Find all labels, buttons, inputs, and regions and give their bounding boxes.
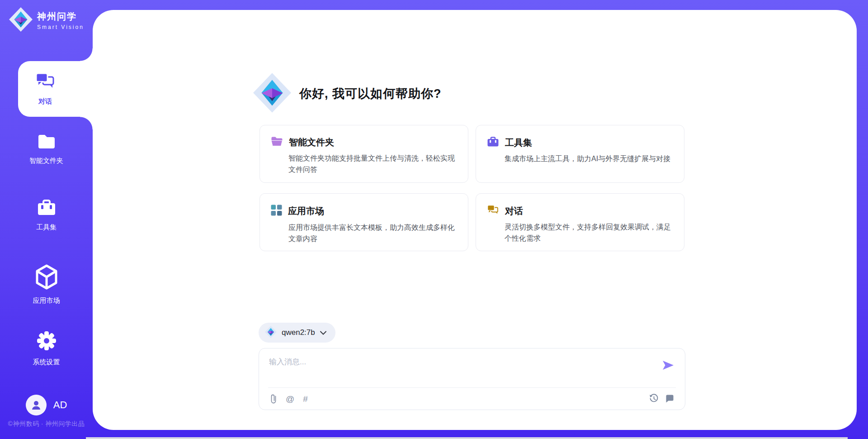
hero-logo-icon <box>253 73 291 115</box>
attachment-icon[interactable] <box>270 394 277 404</box>
sidebar-item-label: 智能文件夹 <box>29 157 63 165</box>
greeting-title: 你好, 我可以如何帮助你? <box>299 86 442 102</box>
send-icon[interactable] <box>662 360 674 370</box>
chat-icon <box>35 72 56 93</box>
feature-cards: 智能文件夹 智能文件夹功能支持批量文件上传与清洗，轻松实现文件问答 工具集 集成… <box>259 125 684 251</box>
card-description: 应用市场提供丰富长文本模板，助力高效生成多样化文章内容 <box>288 222 458 244</box>
folder-icon <box>271 136 283 148</box>
model-logo-icon <box>265 326 277 340</box>
card-title: 工具集 <box>505 137 532 149</box>
history-icon[interactable] <box>649 394 659 403</box>
sidebar-item-label: 应用市场 <box>33 296 60 305</box>
toolbox-icon <box>37 199 56 218</box>
sidebar-item-label: 系统设置 <box>33 358 60 367</box>
tab-fillet-top <box>80 48 93 61</box>
sidebar: 神州问学 Smart Vision 对话 <box>0 0 93 439</box>
user-avatar-icon <box>26 395 47 415</box>
sidebar-item-label: 工具集 <box>36 223 57 232</box>
model-name: qwen2:7b <box>282 328 315 337</box>
sidebar-item-app-market[interactable]: 应用市场 <box>0 264 93 305</box>
chat-icon <box>487 205 499 217</box>
greeting-block: 你好, 我可以如何帮助你? <box>253 73 442 115</box>
card-description: 智能文件夹功能支持批量文件上传与清洗，轻松实现文件问答 <box>288 153 458 175</box>
user-profile[interactable]: AD <box>0 395 93 415</box>
comment-icon[interactable] <box>665 394 674 403</box>
brand-diamond-icon <box>9 7 33 33</box>
chevron-down-icon <box>320 329 326 337</box>
model-selector[interactable]: qwen2:7b <box>259 323 335 343</box>
composer-divider <box>268 387 676 388</box>
message-composer: @ # <box>259 348 685 410</box>
sidebar-item-settings[interactable]: 系统设置 <box>0 330 93 367</box>
card-description: 灵活切换多模型文件，支持多样回复效果调试，满足个性化需求 <box>505 221 674 244</box>
card-app-market[interactable]: 应用市场 应用市场提供丰富长文本模板，助力高效生成多样化文章内容 <box>259 193 468 251</box>
card-chat[interactable]: 对话 灵活切换多模型文件，支持多样回复效果调试，满足个性化需求 <box>476 193 684 251</box>
grid-icon <box>271 205 282 218</box>
sidebar-item-smart-folder[interactable]: 智能文件夹 <box>0 134 93 165</box>
card-smart-folder[interactable]: 智能文件夹 智能文件夹功能支持批量文件上传与清洗，轻松实现文件问答 <box>259 125 468 183</box>
gear-icon <box>36 330 57 353</box>
user-name: AD <box>53 399 67 411</box>
tab-fillet-bottom <box>80 117 93 129</box>
card-title: 对话 <box>505 205 523 217</box>
card-description: 集成市场上主流工具，助力AI与外界无缝扩展与对接 <box>505 153 674 164</box>
cube-icon <box>35 264 58 291</box>
brand-name-en: Smart Vision <box>37 24 84 30</box>
toolbox-icon <box>487 136 499 149</box>
copyright-text: ©神州数码 · 神州问学出品 <box>0 420 93 428</box>
sidebar-item-toolbox[interactable]: 工具集 <box>0 199 93 232</box>
main-panel: 你好, 我可以如何帮助你? 智能文件夹 智能文件夹功能支持批量文件上传与清洗，轻… <box>93 10 857 430</box>
card-title: 智能文件夹 <box>289 136 334 148</box>
bottom-edge-strip <box>86 437 848 439</box>
card-toolbox[interactable]: 工具集 集成市场上主流工具，助力AI与外界无缝扩展与对接 <box>476 125 684 183</box>
hash-icon[interactable]: # <box>303 394 308 404</box>
brand-logo: 神州问学 Smart Vision <box>9 7 84 33</box>
card-title: 应用市场 <box>288 205 324 217</box>
sidebar-item-label: 对话 <box>38 97 52 106</box>
mention-icon[interactable]: @ <box>286 394 294 404</box>
message-input[interactable] <box>269 357 658 383</box>
brand-name-cn: 神州问学 <box>37 10 84 23</box>
folder-icon <box>37 134 56 152</box>
sidebar-item-chat[interactable]: 对话 <box>18 61 93 117</box>
